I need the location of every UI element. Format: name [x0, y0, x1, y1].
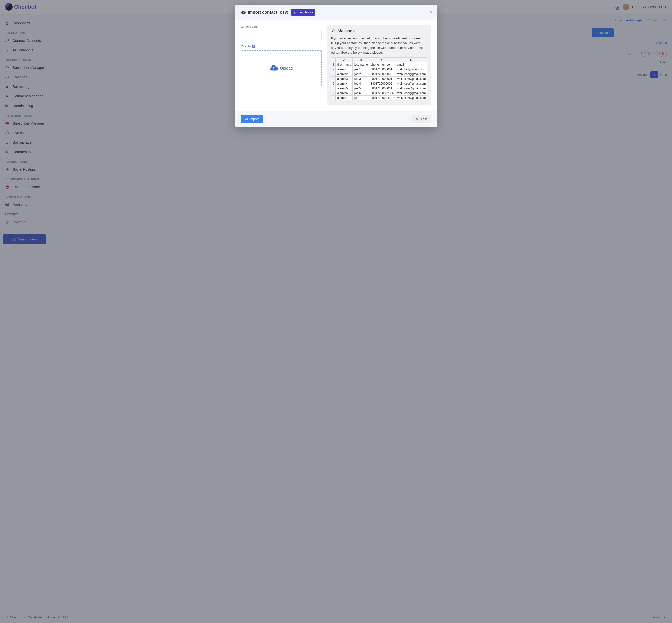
- import-button[interactable]: Import: [241, 115, 263, 123]
- ss-cell: 88017200002326: [369, 91, 395, 96]
- ss-col: A: [336, 58, 353, 62]
- modal-header: Import contact (csv) Sample csv ×: [235, 4, 437, 20]
- upload-label: Upload: [280, 66, 293, 71]
- modal-overlay: Import contact (csv) Sample csv × Contac…: [0, 0, 672, 623]
- ss-cell: jwel.cse@gmail.com: [395, 67, 427, 72]
- ss-cell: 8801720000011: [369, 86, 395, 91]
- ss-col: C: [369, 58, 395, 62]
- ss-cell: jwel7: [353, 96, 369, 100]
- ss-header-cell: email: [395, 62, 427, 67]
- ss-cell: jwel5: [353, 86, 369, 91]
- ss-cell: alamin3: [336, 77, 353, 82]
- import-contact-modal: Import contact (csv) Sample csv × Contac…: [235, 4, 437, 127]
- download-icon: [294, 11, 296, 14]
- ss-col: D: [395, 58, 427, 62]
- ss-cell: jwel2.cse@gmail.com: [395, 72, 427, 77]
- contact-group-label: Contact Group: [241, 25, 322, 29]
- info-icon[interactable]: i: [252, 45, 255, 48]
- ss-cell: alamin7: [336, 96, 353, 100]
- ss-header-cell: first_name: [336, 62, 353, 67]
- upload-dropzone[interactable]: Upload: [241, 50, 322, 86]
- ss-cell: jwel1: [353, 67, 369, 72]
- ss-cell: jwel3.cse@gmail.com: [395, 77, 427, 82]
- cloud-upload-icon: [241, 10, 246, 15]
- contact-group-input[interactable]: [241, 30, 322, 40]
- import-label: Import: [250, 117, 259, 121]
- ss-cell: 8801720000002: [369, 82, 395, 86]
- sample-csv-label: Sample csv: [298, 10, 313, 14]
- close-icon[interactable]: ×: [429, 8, 432, 15]
- modal-title: Import contact (csv): [248, 10, 288, 15]
- ss-cell: 88017200024237: [369, 96, 395, 100]
- message-title: Message: [337, 29, 355, 34]
- cloud-upload-icon: [270, 64, 278, 73]
- ss-cell: jwel4: [353, 82, 369, 86]
- ss-cell: jwel2: [353, 72, 369, 77]
- ss-cell: jwel3: [353, 77, 369, 82]
- ss-cell: alamin2: [336, 72, 353, 77]
- close-button[interactable]: ✕ Close: [412, 115, 431, 123]
- close-icon: ✕: [416, 117, 418, 121]
- ss-cell: 8801720000001: [369, 77, 395, 82]
- ss-cell: jwel5.cse@gmail.com: [395, 86, 427, 91]
- ss-cell: jwel6.cse@gmail.com: [395, 91, 427, 96]
- ss-col: B: [353, 58, 369, 62]
- ss-cell: alamin6: [336, 91, 353, 96]
- sample-spreadsheet: ABCD 1first_namelast_namephone_numberema…: [331, 57, 427, 100]
- ss-header-cell: phone_number: [369, 62, 395, 67]
- ss-header-cell: last_name: [353, 62, 369, 67]
- ss-cell: jwel6: [353, 91, 369, 96]
- message-body: If you used microsoft excel or any other…: [331, 36, 427, 55]
- close-label: Close: [420, 117, 428, 121]
- ss-cell: jwel7.cse@gmail.com: [395, 96, 427, 100]
- csv-file-label: Csv file: [241, 44, 250, 48]
- sample-csv-button[interactable]: Sample csv: [291, 9, 315, 16]
- cloud-upload-icon: [245, 117, 248, 121]
- ss-cell: alamin: [336, 67, 353, 72]
- ss-cell: jwel4.cse@gmail.com: [395, 82, 427, 86]
- ss-cell: 8801720000001: [369, 67, 395, 72]
- lightbulb-icon: [331, 29, 336, 33]
- ss-cell: alamin4: [336, 82, 353, 86]
- ss-cell: alamin5: [336, 86, 353, 91]
- ss-cell: 8801720000002: [369, 72, 395, 77]
